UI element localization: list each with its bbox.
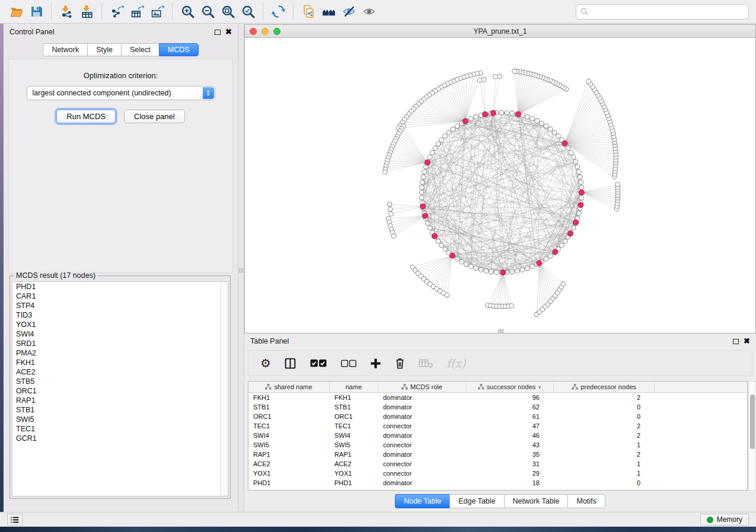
table-cell: 43 xyxy=(466,440,554,450)
table-options-button[interactable]: ⚙ xyxy=(260,357,271,369)
table-cell: connector xyxy=(378,469,466,478)
column-header-shared-name[interactable]: shared name xyxy=(248,382,330,392)
table-row[interactable]: TEC1TEC1connector472 xyxy=(248,421,747,431)
table-row[interactable]: RAP1RAP1dominator352 xyxy=(248,450,747,459)
show-columns-button[interactable] xyxy=(284,357,296,370)
mcds-result-list[interactable]: PHD1CAR1STP4TID3YOX1SWI4SRD1PMA2FKH1ACE2… xyxy=(12,281,228,496)
add-column-button[interactable] xyxy=(370,358,381,369)
show-all-icon xyxy=(362,5,376,18)
mcds-result-item[interactable]: FKH1 xyxy=(12,358,228,367)
mcds-result-item[interactable]: SWI5 xyxy=(12,415,228,424)
delete-column-button[interactable] xyxy=(394,357,406,370)
table-row[interactable]: PHD1PHD1dominator180 xyxy=(248,478,747,488)
mcds-result-item[interactable]: STB1 xyxy=(12,405,228,415)
table-cell: dominator xyxy=(378,431,466,440)
table-row[interactable]: YOX1YOX1connector291 xyxy=(248,469,747,478)
table-cell: dominator xyxy=(378,450,466,459)
mcds-result-item[interactable]: GCR1 xyxy=(12,434,228,443)
tab-motifs[interactable]: Motifs xyxy=(567,494,605,508)
mcds-result-item[interactable]: TEC1 xyxy=(12,424,228,434)
mcds-result-item[interactable]: YOX1 xyxy=(12,320,228,329)
copy-network-button[interactable] xyxy=(298,2,318,21)
table-scrollbar[interactable] xyxy=(748,381,756,491)
import-table-button[interactable] xyxy=(76,2,97,21)
splitter-grip-icon[interactable] xyxy=(239,268,243,273)
tab-edge-table[interactable]: Edge Table xyxy=(449,494,503,508)
control-panel: Control Panel ✖ NetworkStyleSelectMCDS O… xyxy=(4,24,238,512)
mcds-list-scrollbar[interactable] xyxy=(220,282,228,496)
table-cell: STB1 xyxy=(248,402,330,412)
close-table-panel-icon[interactable]: ✖ xyxy=(744,338,750,344)
table-row[interactable]: FKH1FKH1dominator962 xyxy=(248,393,747,402)
table-cell: connector xyxy=(378,459,466,469)
select-all-rows-icon xyxy=(310,358,327,368)
network-graph[interactable] xyxy=(245,38,755,333)
mcds-result-item[interactable]: RAP1 xyxy=(12,396,228,405)
mcds-result-item[interactable]: ORC1 xyxy=(12,386,228,396)
table-cell: 2 xyxy=(554,393,655,402)
column-header-name[interactable]: name xyxy=(330,382,378,392)
table-scrollbar-thumb[interactable] xyxy=(750,395,755,449)
network-titlebar[interactable]: YPA_prune.txt_1 xyxy=(245,25,755,38)
refresh-view-button[interactable] xyxy=(268,2,288,21)
import-network-button[interactable] xyxy=(56,2,76,21)
column-header-MCDS-role[interactable]: MCDS role xyxy=(378,382,466,392)
column-header-successor-nodes[interactable]: successor nodes∨ xyxy=(466,382,554,392)
export-network-button[interactable] xyxy=(107,2,127,21)
table-row[interactable]: ACE2ACE2connector311 xyxy=(248,459,747,469)
mcds-result-item[interactable]: STP4 xyxy=(12,301,228,310)
tab-mcds[interactable]: MCDS xyxy=(159,43,199,56)
memory-button[interactable]: Memory xyxy=(700,514,749,525)
column-label: MCDS role xyxy=(410,383,442,390)
hide-selected-button[interactable] xyxy=(339,2,359,21)
zoom-in-button[interactable] xyxy=(177,2,197,21)
mcds-result-item[interactable]: PMA2 xyxy=(12,348,228,358)
column-header-predecessor-nodes[interactable]: predecessor nodes xyxy=(554,382,655,392)
tab-network-table[interactable]: Network Table xyxy=(504,494,568,508)
float-table-panel-icon[interactable] xyxy=(733,339,739,344)
panel-splitter[interactable] xyxy=(238,24,244,512)
table-row[interactable]: SWI4SWI4dominator462 xyxy=(248,431,747,440)
zoom-selected-button[interactable] xyxy=(238,2,258,21)
zoom-fit-icon xyxy=(221,5,235,18)
mcds-result-item[interactable]: STB5 xyxy=(12,377,228,386)
mcds-result-item[interactable]: PHD1 xyxy=(12,282,228,291)
close-panel-icon[interactable]: ✖ xyxy=(225,29,232,35)
table-row[interactable]: SWI5SWI5connector431 xyxy=(248,440,747,450)
search-input[interactable] xyxy=(576,4,749,20)
horizontal-splitter-grip[interactable] xyxy=(498,329,503,334)
table-row[interactable]: STB1STB1dominator620 xyxy=(248,402,747,412)
mcds-result-item[interactable]: ACE2 xyxy=(12,367,228,377)
mcds-result-item[interactable]: TID3 xyxy=(12,310,228,320)
criterion-select[interactable]: largest connected component (undirected)… xyxy=(27,86,215,100)
clear-row-selection-button[interactable] xyxy=(340,358,357,368)
table-row[interactable]: ORC1ORC1dominator610 xyxy=(248,412,747,421)
export-image-button[interactable] xyxy=(147,2,167,21)
mcds-result-item[interactable]: CAR1 xyxy=(12,291,228,301)
tab-node-table[interactable]: Node Table xyxy=(395,494,449,508)
open-file-button[interactable] xyxy=(6,2,26,21)
toolbar-separator xyxy=(293,4,294,20)
mcds-result-item[interactable]: SWI4 xyxy=(12,329,228,339)
zoom-fit-button[interactable] xyxy=(218,2,238,21)
zoom-selected-icon xyxy=(241,5,255,18)
show-all-button[interactable] xyxy=(359,2,379,21)
close-panel-button[interactable]: Close panel xyxy=(124,110,185,123)
select-all-rows-button[interactable] xyxy=(310,358,327,368)
export-table-button[interactable] xyxy=(127,2,147,21)
tab-style[interactable]: Style xyxy=(87,43,121,56)
tab-network[interactable]: Network xyxy=(43,43,87,56)
toolbar-separator xyxy=(263,4,263,20)
tab-select[interactable]: Select xyxy=(121,43,159,56)
table-panel: Table Panel ✖ ⚙f(x) shared namenameMCDS … xyxy=(244,334,756,511)
float-panel-icon[interactable] xyxy=(215,30,221,35)
table-cell: PHD1 xyxy=(330,478,378,488)
save-session-button[interactable] xyxy=(26,2,46,21)
run-mcds-button[interactable]: Run MCDS xyxy=(56,110,116,123)
mcds-result-item[interactable]: SRD1 xyxy=(12,339,228,348)
network-canvas[interactable] xyxy=(245,38,755,333)
task-history-button[interactable] xyxy=(7,514,23,525)
table-tabs: Node TableEdge TableNetwork TableMotifs xyxy=(244,494,756,508)
first-neighbors-button[interactable] xyxy=(318,2,339,21)
zoom-out-button[interactable] xyxy=(197,2,218,21)
